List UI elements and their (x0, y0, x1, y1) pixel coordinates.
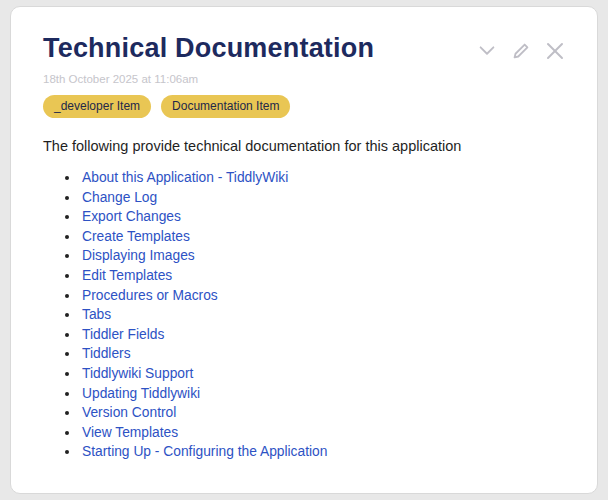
link-tiddlers[interactable]: Tiddlers (82, 346, 131, 361)
link-export-changes[interactable]: Export Changes (82, 209, 181, 224)
list-item: Procedures or Macros (80, 286, 567, 306)
intro-text: The following provide technical document… (43, 138, 567, 154)
link-displaying-images[interactable]: Displaying Images (82, 248, 195, 263)
list-item: Displaying Images (80, 246, 567, 266)
list-item: Tiddlywiki Support (80, 364, 567, 384)
tag-row: _developer Item Documentation Item (43, 95, 567, 118)
link-create-templates[interactable]: Create Templates (82, 229, 190, 244)
edit-pencil-icon (510, 40, 532, 62)
list-item: Updating Tiddlywiki (80, 384, 567, 404)
link-about-this-application[interactable]: About this Application - TiddlyWiki (82, 170, 288, 185)
link-tabs[interactable]: Tabs (82, 307, 111, 322)
tag-developer-item[interactable]: _developer Item (43, 95, 151, 118)
link-view-templates[interactable]: View Templates (82, 425, 178, 440)
link-tiddlywiki-support[interactable]: Tiddlywiki Support (82, 366, 193, 381)
list-item: Change Log (80, 188, 567, 208)
list-item: View Templates (80, 423, 567, 443)
list-item: About this Application - TiddlyWiki (80, 168, 567, 188)
link-starting-up[interactable]: Starting Up - Configuring the Applicatio… (82, 444, 327, 459)
list-item: Version Control (80, 403, 567, 423)
list-item: Starting Up - Configuring the Applicatio… (80, 442, 567, 462)
list-item: Export Changes (80, 207, 567, 227)
link-version-control[interactable]: Version Control (82, 405, 176, 420)
page-title: Technical Documentation (43, 33, 374, 64)
link-edit-templates[interactable]: Edit Templates (82, 268, 172, 283)
edit-button[interactable] (509, 39, 533, 63)
card-header: Technical Documentation (43, 29, 567, 64)
list-item: Tabs (80, 305, 567, 325)
list-item: Edit Templates (80, 266, 567, 286)
tag-documentation-item[interactable]: Documentation Item (161, 95, 290, 118)
chevron-down-icon (476, 40, 498, 62)
documentation-link-list: About this Application - TiddlyWiki Chan… (43, 168, 567, 462)
tiddler-card: Technical Documentation 18th October 202… (10, 6, 598, 494)
link-tiddler-fields[interactable]: Tiddler Fields (82, 327, 164, 342)
link-updating-tiddlywiki[interactable]: Updating Tiddlywiki (82, 386, 200, 401)
list-item: Tiddler Fields (80, 325, 567, 345)
link-change-log[interactable]: Change Log (82, 190, 157, 205)
list-item: Create Templates (80, 227, 567, 247)
tiddler-toolbar (475, 39, 567, 63)
close-button[interactable] (543, 39, 567, 63)
link-procedures-or-macros[interactable]: Procedures or Macros (82, 288, 218, 303)
list-item: Tiddlers (80, 344, 567, 364)
close-icon (543, 39, 567, 63)
tiddler-timestamp: 18th October 2025 at 11:06am (43, 73, 567, 85)
fold-button[interactable] (475, 39, 499, 63)
